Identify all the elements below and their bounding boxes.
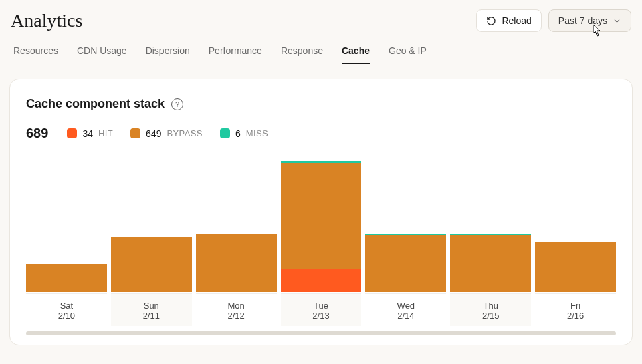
card-title: Cache component stack — [26, 97, 165, 111]
legend-label: HIT — [98, 128, 113, 138]
bar-column[interactable] — [26, 158, 107, 292]
tab-performance[interactable]: Performance — [209, 45, 262, 64]
bar-column[interactable] — [535, 158, 616, 292]
bar-segment-bypass — [281, 163, 362, 269]
legend-swatch — [220, 128, 230, 138]
legend-label: MISS — [246, 128, 268, 138]
bar-segment-bypass — [365, 235, 446, 292]
legend-label: BYPASS — [167, 128, 202, 138]
bar-segment-bypass — [450, 235, 531, 292]
tab-cdn[interactable]: CDN Usage — [77, 45, 127, 64]
xaxis-day: Fri — [535, 301, 616, 311]
bar-column[interactable] — [365, 158, 446, 292]
bar-column[interactable] — [450, 158, 531, 292]
date-range-button[interactable]: Past 7 days — [548, 9, 631, 32]
bar-segment-bypass — [111, 237, 192, 292]
xaxis-date: 2/10 — [26, 311, 107, 321]
xaxis-date: 2/16 — [535, 311, 616, 321]
xaxis-cell: Wed2/14 — [365, 293, 446, 326]
header-actions: Reload Past 7 days — [476, 9, 631, 32]
chart-total: 689 — [26, 126, 48, 141]
chevron-down-icon — [613, 17, 621, 25]
xaxis-cell: Sat2/10 — [26, 293, 107, 326]
xaxis-day: Sat — [26, 301, 107, 311]
xaxis-cell: Thu2/15 — [450, 293, 531, 326]
legend-count: 6 — [235, 128, 241, 139]
xaxis-day: Sun — [111, 301, 192, 311]
xaxis-date: 2/13 — [281, 311, 362, 321]
date-range-label: Past 7 days — [558, 15, 607, 26]
xaxis-cell: Tue2/13 — [281, 293, 362, 326]
bar-column[interactable] — [111, 158, 192, 292]
legend-row: 689 34HIT649BYPASS6MISS — [26, 126, 616, 141]
bar-segment-bypass — [535, 242, 616, 292]
xaxis-day: Thu — [450, 301, 531, 311]
chart-area — [26, 158, 616, 292]
xaxis-date: 2/11 — [111, 311, 192, 321]
bar-column[interactable] — [281, 158, 362, 292]
xaxis-date: 2/14 — [365, 311, 446, 321]
bar-stack — [281, 161, 362, 292]
xaxis-day: Wed — [365, 301, 446, 311]
bar-stack — [196, 234, 277, 292]
xaxis-day: Tue — [281, 301, 362, 311]
reload-icon — [486, 16, 496, 26]
xaxis-cell: Mon2/12 — [196, 293, 277, 326]
help-icon[interactable]: ? — [171, 98, 183, 110]
reload-button[interactable]: Reload — [476, 9, 541, 32]
horizontal-scrollbar[interactable] — [26, 331, 616, 335]
tab-dispersion[interactable]: Dispersion — [146, 45, 190, 64]
tab-geo[interactable]: Geo & IP — [389, 45, 427, 64]
tab-cache[interactable]: Cache — [342, 45, 370, 64]
legend-count: 649 — [146, 128, 161, 139]
legend-count: 34 — [82, 128, 93, 139]
legend-item-hit[interactable]: 34HIT — [67, 128, 113, 139]
page-header: Analytics Reload Past 7 days — [0, 0, 642, 37]
bar-column[interactable] — [196, 158, 277, 292]
tab-resources[interactable]: Resources — [13, 45, 58, 64]
xaxis-date: 2/12 — [196, 311, 277, 321]
xaxis-cell: Sun2/11 — [111, 293, 192, 326]
xaxis-day: Mon — [196, 301, 277, 311]
bar-stack — [365, 234, 446, 292]
legend-item-miss[interactable]: 6MISS — [220, 128, 268, 139]
bar-stack — [450, 234, 531, 292]
bar-stack — [26, 264, 107, 292]
cache-chart-card: Cache component stack ? 689 34HIT649BYPA… — [9, 79, 633, 345]
tab-response[interactable]: Response — [281, 45, 323, 64]
bar-stack — [535, 242, 616, 292]
legend-items: 34HIT649BYPASS6MISS — [67, 128, 268, 139]
xaxis-date: 2/15 — [450, 311, 531, 321]
bar-segment-hit — [281, 269, 362, 292]
legend-item-bypass[interactable]: 649BYPASS — [130, 128, 203, 139]
chart-xaxis: Sat2/10Sun2/11Mon2/12Tue2/13Wed2/14Thu2/… — [26, 293, 616, 326]
legend-swatch — [130, 128, 140, 138]
xaxis-cell: Fri2/16 — [535, 293, 616, 326]
legend-swatch — [67, 128, 77, 138]
bar-stack — [111, 237, 192, 292]
bar-segment-bypass — [196, 234, 277, 292]
bar-segment-bypass — [26, 264, 107, 292]
reload-label: Reload — [502, 15, 531, 26]
card-title-row: Cache component stack ? — [26, 97, 616, 111]
page-title: Analytics — [11, 10, 82, 31]
tabs-nav: ResourcesCDN UsageDispersionPerformanceR… — [0, 37, 642, 64]
